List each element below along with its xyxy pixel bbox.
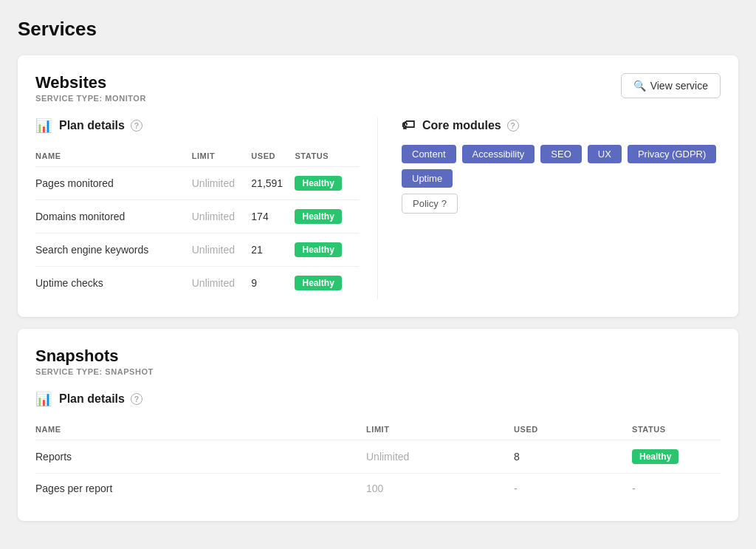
snapshots-service-type: SERVICE TYPE: SNAPSHOT (35, 367, 154, 376)
snapshots-table: NAME LIMIT USED STATUS Reports Unlimited… (35, 419, 721, 503)
snap-col-name: NAME (35, 419, 366, 440)
module-tag: UX (588, 145, 622, 163)
row-used-cell: 8 (514, 440, 632, 474)
snapshots-plan-icon: 📊 (35, 391, 52, 407)
websites-service-type: SERVICE TYPE: MONITOR (35, 94, 146, 103)
row-used: 9 (251, 267, 295, 300)
snapshots-plan-details: 📊 Plan details ? NAME LIMIT USED STATUS … (35, 391, 721, 503)
row-name: Search engine keywords (35, 233, 192, 267)
plan-details-table-header: NAME LIMIT USED STATUS (35, 146, 360, 167)
row-limit: Unlimited (366, 440, 514, 474)
col-status: STATUS (295, 146, 360, 167)
row-limit: Unlimited (192, 167, 252, 200)
search-icon: 🔍 (633, 80, 646, 92)
policy-help-icon[interactable]: ? (441, 198, 447, 209)
snapshots-table-body: Reports Unlimited 8 Healthy Pages per re… (35, 440, 721, 504)
module-tag: Uptime (402, 169, 453, 188)
table-row: Uptime checks Unlimited 9 Healthy (35, 267, 360, 300)
row-limit: 100 (366, 474, 514, 504)
status-badge: Healthy (295, 276, 341, 290)
core-modules-help-icon[interactable]: ? (507, 120, 519, 132)
row-status: Healthy (295, 167, 360, 200)
table-row: Pages monitored Unlimited 21,591 Healthy (35, 167, 360, 200)
snapshots-card-header: Snapshots SERVICE TYPE: SNAPSHOT (35, 347, 721, 376)
module-tags: ContentAccessibilitySEOUXPrivacy (GDPR)U… (402, 145, 721, 188)
table-row: Domains monitored Unlimited 174 Healthy (35, 200, 360, 233)
row-name: Domains monitored (35, 200, 192, 233)
col-used: USED (251, 146, 295, 167)
row-used: - (514, 482, 518, 494)
websites-card: Websites SERVICE TYPE: MONITOR 🔍 View se… (18, 55, 738, 317)
status-badge: Healthy (632, 449, 678, 464)
row-limit: Unlimited (192, 233, 252, 267)
row-used: 174 (251, 200, 295, 233)
websites-card-title: Websites (35, 73, 146, 92)
row-status: Healthy (295, 233, 360, 267)
row-status: Healthy (295, 267, 360, 300)
row-name: Pages monitored (35, 167, 192, 200)
row-name: Reports (35, 440, 366, 474)
table-row: Pages per report 100 - - (35, 474, 721, 504)
view-service-button[interactable]: 🔍 View service (621, 73, 721, 98)
row-limit: Unlimited (192, 267, 252, 300)
row-used: 8 (514, 451, 520, 463)
row-status: Healthy (295, 200, 360, 233)
row-used-cell: - (514, 474, 632, 504)
status-badge: - (632, 482, 636, 494)
snapshots-card-title-group: Snapshots SERVICE TYPE: SNAPSHOT (35, 347, 154, 376)
status-badge: Healthy (295, 176, 341, 191)
snapshots-card: Snapshots SERVICE TYPE: SNAPSHOT 📊 Plan … (18, 329, 738, 521)
row-name: Uptime checks (35, 267, 192, 300)
snap-col-limit: LIMIT (366, 419, 514, 440)
snapshots-card-title: Snapshots (35, 347, 154, 366)
snapshots-plan-details-header: 📊 Plan details ? (35, 391, 721, 407)
module-tag: Content (402, 145, 456, 163)
policy-tag: Policy ? (402, 194, 458, 214)
plan-details-col: 📊 Plan details ? NAME LIMIT USED STATUS … (35, 117, 378, 299)
snap-col-status: STATUS (632, 419, 721, 440)
row-status: Healthy (632, 440, 721, 474)
status-badge: Healthy (295, 209, 341, 224)
module-tag: SEO (540, 145, 581, 163)
row-status: - (632, 474, 721, 504)
module-tag: Privacy (GDPR) (628, 145, 716, 163)
websites-two-col: 📊 Plan details ? NAME LIMIT USED STATUS … (35, 117, 721, 299)
status-badge: Healthy (295, 242, 341, 257)
table-row: Reports Unlimited 8 Healthy (35, 440, 721, 474)
plan-details-header: 📊 Plan details ? (35, 117, 360, 134)
row-limit: Unlimited (192, 200, 252, 233)
row-used: 21,591 (251, 167, 295, 200)
snapshots-plan-help-icon[interactable]: ? (131, 393, 142, 405)
table-row: Search engine keywords Unlimited 21 Heal… (35, 233, 360, 267)
snap-col-used: USED (514, 419, 632, 440)
plan-icon: 📊 (35, 117, 52, 134)
row-used: 21 (251, 233, 295, 267)
plan-details-help-icon[interactable]: ? (131, 120, 142, 132)
policy-tag-wrapper: Policy ? (402, 194, 721, 214)
core-modules-header: 🏷 Core modules ? (402, 117, 721, 133)
websites-card-title-group: Websites SERVICE TYPE: MONITOR (35, 73, 146, 103)
websites-card-header: Websites SERVICE TYPE: MONITOR 🔍 View se… (35, 73, 721, 103)
col-name: NAME (35, 146, 192, 167)
module-tag: Accessibility (462, 145, 535, 163)
plan-details-table-body: Pages monitored Unlimited 21,591 Healthy… (35, 167, 360, 300)
page-title: Services (18, 18, 738, 41)
core-modules-col: 🏷 Core modules ? ContentAccessibilitySEO… (378, 117, 721, 299)
col-limit: LIMIT (192, 146, 252, 167)
tag-icon: 🏷 (402, 117, 415, 133)
snapshots-table-header: NAME LIMIT USED STATUS (35, 419, 721, 440)
row-name: Pages per report (35, 474, 366, 504)
plan-details-table: NAME LIMIT USED STATUS Pages monitored U… (35, 146, 360, 299)
